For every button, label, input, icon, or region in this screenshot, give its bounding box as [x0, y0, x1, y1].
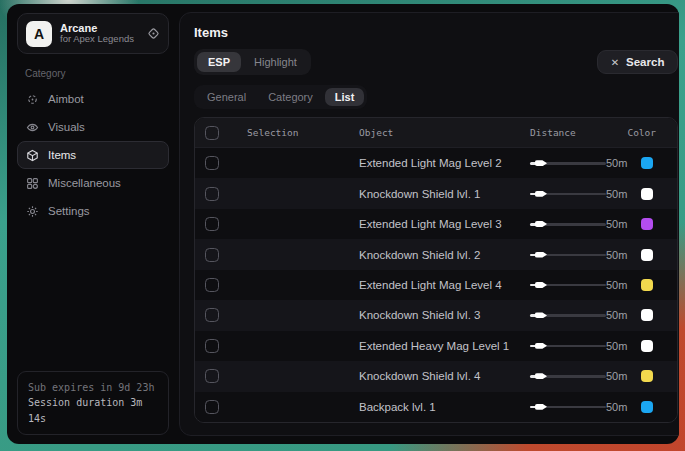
distance-slider[interactable]	[530, 218, 606, 230]
distance-slider[interactable]	[530, 157, 606, 169]
distance-value: 50m	[606, 279, 627, 291]
items-table: Selection Object Distance Color Extended…	[194, 117, 678, 423]
box-icon	[26, 149, 39, 162]
sidebar-item-label: Settings	[48, 205, 90, 217]
sidebar-item-aimbot[interactable]: Aimbot	[17, 85, 169, 113]
sidebar-item-settings[interactable]: Settings	[17, 197, 169, 225]
gear-icon	[26, 205, 39, 218]
color-swatch[interactable]	[641, 279, 653, 291]
app-title-block: Arcane for Apex Legends	[60, 22, 139, 46]
column-header-distance: Distance	[530, 127, 627, 138]
page-title: Items	[194, 25, 678, 40]
table-row: Extended Light Mag Level 4 50m	[195, 270, 677, 300]
row-object-label: Extended Light Mag Level 4	[359, 279, 530, 291]
distance-slider[interactable]	[530, 188, 606, 200]
slider-thumb[interactable]	[535, 160, 547, 166]
row-distance-cell: 50m	[530, 340, 627, 352]
table-row: Knockdown Shield lvl. 2 50m	[195, 239, 677, 269]
distance-slider[interactable]	[530, 370, 606, 382]
distance-slider[interactable]	[530, 309, 606, 321]
slider-thumb[interactable]	[535, 221, 547, 227]
row-checkbox[interactable]	[205, 278, 219, 292]
slider-thumb[interactable]	[535, 191, 547, 197]
table-row: Extended Light Mag Level 3 50m	[195, 209, 677, 239]
slider-thumb[interactable]	[535, 282, 547, 288]
view-tab-category[interactable]: Category	[258, 88, 323, 106]
distance-slider[interactable]	[530, 279, 606, 291]
row-checkbox[interactable]	[205, 308, 219, 322]
slider-thumb[interactable]	[535, 252, 547, 258]
sidebar-item-miscellaneous[interactable]: Miscellaneous	[17, 169, 169, 197]
distance-value: 50m	[606, 249, 627, 261]
row-checkbox[interactable]	[205, 187, 219, 201]
slider-thumb[interactable]	[535, 312, 547, 318]
gem-icon[interactable]	[147, 27, 160, 40]
view-tabs: GeneralCategoryList	[194, 85, 367, 109]
sidebar-item-items[interactable]: Items	[17, 141, 169, 169]
distance-value: 50m	[606, 157, 627, 169]
app-subtitle: for Apex Legends	[60, 34, 139, 45]
mode-tabs: ESPHighlight	[194, 49, 311, 75]
slider-thumb[interactable]	[535, 404, 547, 410]
table-body: Extended Light Mag Level 2 50m Knockdown…	[195, 148, 677, 422]
app-window: A Arcane for Apex Legends Category Aimbo…	[7, 4, 679, 444]
mode-tab-esp[interactable]: ESP	[197, 52, 241, 72]
row-distance-cell: 50m	[530, 370, 627, 382]
grid-icon	[26, 177, 39, 190]
row-object-label: Knockdown Shield lvl. 1	[359, 188, 530, 200]
row-object-label: Knockdown Shield lvl. 3	[359, 309, 530, 321]
sidebar-nav: Aimbot Visuals Items Miscellaneous Setti…	[17, 85, 169, 225]
color-swatch[interactable]	[641, 340, 653, 352]
row-distance-cell: 50m	[530, 279, 627, 291]
row-checkbox[interactable]	[205, 156, 219, 170]
sidebar-item-label: Aimbot	[48, 93, 84, 105]
sidebar-item-label: Visuals	[48, 121, 85, 133]
controls-row: ESPHighlight ✕ Search	[194, 49, 678, 75]
row-checkbox[interactable]	[205, 339, 219, 353]
row-checkbox[interactable]	[205, 369, 219, 383]
sidebar-item-label: Items	[48, 149, 76, 161]
slider-thumb[interactable]	[535, 373, 547, 379]
sidebar-item-label: Miscellaneous	[48, 177, 121, 189]
row-distance-cell: 50m	[530, 188, 627, 200]
row-object-label: Backpack lvl. 1	[359, 401, 530, 413]
sidebar: A Arcane for Apex Legends Category Aimbo…	[7, 4, 179, 444]
row-distance-cell: 50m	[530, 218, 627, 230]
session-duration: Session duration 3m 14s	[28, 395, 158, 426]
color-swatch[interactable]	[641, 401, 653, 413]
view-tab-list[interactable]: List	[325, 88, 365, 106]
table-row: Knockdown Shield lvl. 1 50m	[195, 178, 677, 208]
color-swatch[interactable]	[641, 249, 653, 261]
select-all-checkbox[interactable]	[205, 126, 219, 140]
column-header-object: Object	[359, 127, 530, 138]
view-tab-general[interactable]: General	[197, 88, 256, 106]
search-button[interactable]: ✕ Search	[597, 50, 679, 74]
row-checkbox[interactable]	[205, 248, 219, 262]
sidebar-item-visuals[interactable]: Visuals	[17, 113, 169, 141]
search-button-label: Search	[626, 56, 664, 68]
mode-tab-highlight[interactable]: Highlight	[243, 52, 308, 72]
sidebar-spacer	[17, 225, 169, 371]
column-header-color: Color	[627, 127, 667, 138]
app-logo: A	[26, 21, 52, 47]
row-checkbox[interactable]	[205, 217, 219, 231]
row-object-label: Knockdown Shield lvl. 2	[359, 249, 530, 261]
slider-thumb[interactable]	[535, 343, 547, 349]
row-distance-cell: 50m	[530, 309, 627, 321]
color-swatch[interactable]	[641, 370, 653, 382]
distance-value: 50m	[606, 340, 627, 352]
table-row: Extended Light Mag Level 2 50m	[195, 148, 677, 178]
column-header-selection: Selection	[247, 127, 359, 138]
row-checkbox[interactable]	[205, 400, 219, 414]
color-swatch[interactable]	[641, 309, 653, 321]
color-swatch[interactable]	[641, 188, 653, 200]
color-swatch[interactable]	[641, 218, 653, 230]
row-object-label: Extended Light Mag Level 3	[359, 218, 530, 230]
distance-slider[interactable]	[530, 401, 606, 413]
table-row: Backpack lvl. 1 50m	[195, 392, 677, 422]
distance-slider[interactable]	[530, 340, 606, 352]
distance-slider[interactable]	[530, 249, 606, 261]
distance-value: 50m	[606, 218, 627, 230]
color-swatch[interactable]	[641, 157, 653, 169]
distance-value: 50m	[606, 370, 627, 382]
